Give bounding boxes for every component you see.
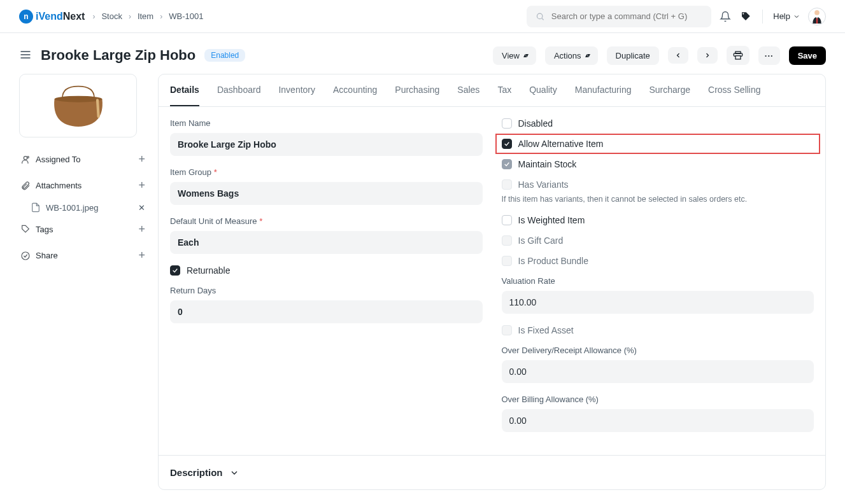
valuation-rate-label: Valuation Rate bbox=[502, 276, 814, 286]
maintain-stock-checkbox[interactable] bbox=[502, 159, 512, 169]
brand-part2: Next bbox=[63, 11, 85, 22]
is-weighted-checkbox[interactable] bbox=[502, 215, 512, 225]
more-button[interactable]: ··· bbox=[758, 46, 780, 65]
file-icon bbox=[31, 202, 41, 213]
chevron-right-icon bbox=[704, 52, 711, 59]
svg-point-9 bbox=[24, 156, 27, 159]
remove-attachment-button[interactable]: ✕ bbox=[138, 203, 145, 213]
tab-purchasing[interactable]: Purchasing bbox=[395, 74, 439, 106]
item-name-input[interactable] bbox=[170, 133, 483, 156]
add-assignee-button[interactable]: + bbox=[138, 153, 145, 166]
over-delivery-label: Over Delivery/Receipt Allowance (%) bbox=[502, 346, 814, 355]
disabled-checkbox[interactable] bbox=[502, 118, 512, 129]
tab-dashboard[interactable]: Dashboard bbox=[217, 74, 261, 106]
avatar[interactable] bbox=[808, 8, 826, 25]
view-label: View bbox=[502, 51, 520, 60]
actions-label: Actions bbox=[554, 51, 581, 60]
maintain-stock-label: Maintain Stock bbox=[518, 159, 577, 169]
tab-manufacturing[interactable]: Manufacturing bbox=[575, 74, 632, 106]
breadcrumb-item[interactable]: Item bbox=[138, 11, 153, 21]
add-share-button[interactable]: + bbox=[138, 249, 145, 262]
svg-line-1 bbox=[542, 18, 544, 20]
chevron-right-icon: › bbox=[92, 12, 95, 21]
returnable-label: Returnable bbox=[187, 265, 231, 276]
bag-image-icon bbox=[46, 82, 110, 130]
actions-button[interactable]: Actions▴▾ bbox=[545, 46, 598, 65]
menu-toggle-icon[interactable] bbox=[19, 48, 32, 63]
over-delivery-input[interactable] bbox=[502, 360, 814, 383]
print-button[interactable] bbox=[727, 46, 749, 65]
description-section-toggle[interactable]: Description bbox=[159, 455, 825, 489]
help-dropdown[interactable]: Help bbox=[773, 11, 800, 21]
is-bundle-checkbox[interactable] bbox=[502, 256, 512, 266]
svg-point-2 bbox=[814, 10, 820, 15]
brand-part1: iVend bbox=[36, 11, 63, 22]
chevron-down-icon bbox=[229, 468, 239, 478]
tab-accounting[interactable]: Accounting bbox=[333, 74, 377, 106]
status-badge: Enabled bbox=[204, 49, 245, 62]
tag-icon[interactable] bbox=[739, 10, 752, 23]
is-weighted-label: Is Weighted Item bbox=[518, 215, 585, 225]
save-button[interactable]: Save bbox=[789, 46, 826, 65]
ellipsis-icon: ··· bbox=[765, 51, 774, 60]
svg-point-8 bbox=[54, 95, 102, 102]
is-gift-card-checkbox[interactable] bbox=[502, 235, 512, 246]
duplicate-button[interactable]: Duplicate bbox=[607, 46, 659, 65]
tab-tax[interactable]: Tax bbox=[497, 74, 511, 106]
select-icon: ▴▾ bbox=[523, 52, 527, 59]
add-attachment-button[interactable]: + bbox=[138, 179, 145, 192]
next-button[interactable] bbox=[697, 47, 718, 64]
item-group-label: Item Group * bbox=[170, 167, 483, 177]
breadcrumb-stock[interactable]: Stock bbox=[101, 11, 122, 21]
is-fixed-asset-label: Is Fixed Asset bbox=[518, 325, 574, 335]
tab-sales[interactable]: Sales bbox=[457, 74, 479, 106]
return-days-label: Return Days bbox=[170, 286, 483, 295]
tags-label: Tags bbox=[36, 225, 53, 234]
attachment-filename[interactable]: WB-1001.jpeg bbox=[46, 203, 98, 213]
search-icon bbox=[536, 11, 545, 22]
valuation-rate-input[interactable] bbox=[502, 291, 814, 314]
prev-button[interactable] bbox=[668, 47, 688, 64]
tabs: Details Dashboard Inventory Accounting P… bbox=[159, 74, 825, 107]
assigned-icon bbox=[20, 155, 31, 165]
bell-icon[interactable] bbox=[719, 10, 732, 23]
search-input[interactable] bbox=[551, 11, 703, 21]
chevron-right-icon: › bbox=[129, 12, 131, 21]
share-label: Share bbox=[36, 251, 58, 260]
disabled-label: Disabled bbox=[518, 118, 553, 129]
uom-input[interactable] bbox=[170, 231, 483, 254]
svg-rect-7 bbox=[735, 56, 741, 59]
tab-quality[interactable]: Quality bbox=[529, 74, 557, 106]
item-image[interactable] bbox=[19, 74, 137, 137]
help-label: Help bbox=[773, 11, 790, 21]
over-billing-input[interactable] bbox=[502, 409, 814, 432]
tab-details[interactable]: Details bbox=[170, 74, 199, 106]
has-variants-checkbox[interactable] bbox=[502, 179, 512, 190]
returnable-checkbox[interactable] bbox=[170, 265, 180, 276]
svg-point-11 bbox=[22, 252, 29, 260]
view-button[interactable]: View▴▾ bbox=[493, 46, 536, 65]
app-logo[interactable]: n iVendNext bbox=[19, 10, 85, 24]
logo-icon: n bbox=[19, 10, 33, 24]
breadcrumb: › Stock › Item › WB-1001 bbox=[92, 11, 203, 21]
chevron-left-icon bbox=[674, 52, 682, 59]
is-fixed-asset-checkbox[interactable] bbox=[502, 325, 512, 335]
item-name-label: Item Name bbox=[170, 118, 483, 128]
tab-inventory[interactable]: Inventory bbox=[278, 74, 315, 106]
description-label: Description bbox=[170, 467, 223, 478]
allow-alternative-checkbox[interactable] bbox=[502, 139, 512, 149]
over-billing-label: Over Billing Allowance (%) bbox=[502, 395, 814, 404]
breadcrumb-code[interactable]: WB-1001 bbox=[169, 11, 203, 21]
page-title: Brooke Large Zip Hobo bbox=[41, 47, 195, 64]
select-icon: ▴▾ bbox=[585, 52, 589, 59]
tags-icon bbox=[20, 225, 31, 235]
tab-cross-selling[interactable]: Cross Selling bbox=[708, 74, 760, 106]
allow-alternative-highlight: Allow Alternative Item bbox=[495, 134, 821, 154]
tab-surcharge[interactable]: Surcharge bbox=[649, 74, 690, 106]
svg-point-10 bbox=[27, 156, 29, 158]
return-days-input[interactable] bbox=[170, 300, 483, 323]
attachments-icon bbox=[20, 181, 31, 191]
global-search[interactable] bbox=[527, 6, 711, 27]
item-group-input[interactable] bbox=[170, 182, 483, 205]
add-tag-button[interactable]: + bbox=[138, 223, 145, 236]
